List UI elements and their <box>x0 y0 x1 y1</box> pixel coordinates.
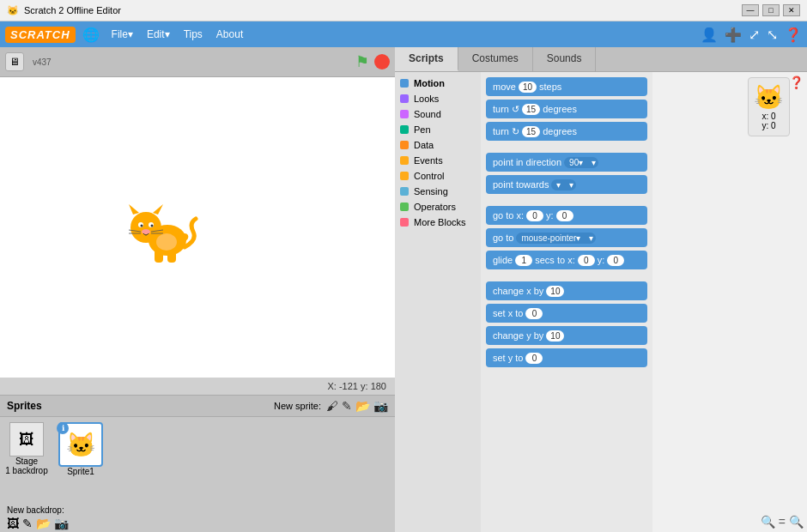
block-goto[interactable]: go to mouse-pointer▾ <box>486 228 647 247</box>
zoom-in-button[interactable]: 🔍 <box>789 515 804 529</box>
cat-sensing[interactable]: Sensing <box>395 184 481 199</box>
zoom-reset-button[interactable]: = <box>779 515 786 529</box>
camera-sprite-button[interactable]: 📷 <box>373 399 388 413</box>
block-set-x-input[interactable]: 0 <box>525 308 543 319</box>
block-goto-xy[interactable]: go to x: 0 y: 0 <box>486 206 647 225</box>
block-turn-cw[interactable]: turn ↻ 15 degrees <box>486 122 647 141</box>
title-bar: 🐱 Scratch 2 Offline Editor — □ ✕ <box>0 0 807 21</box>
maximize-button[interactable]: □ <box>762 4 780 16</box>
cat-motion[interactable]: Motion <box>395 76 481 91</box>
help-icon[interactable]: ❓ <box>785 27 802 43</box>
app-title: Scratch 2 Offline Editor <box>24 5 121 15</box>
block-set-y-input[interactable]: 0 <box>525 353 543 364</box>
sprite-x-coord: x: 0 <box>754 112 784 121</box>
user-icon[interactable]: 👤 <box>701 27 718 43</box>
block-turn-cw-suffix: degrees <box>543 126 577 136</box>
block-glide-x-input[interactable]: 0 <box>578 255 595 266</box>
block-move-label: move <box>493 82 516 92</box>
help-button[interactable]: ❓ <box>789 76 804 89</box>
cat-data[interactable]: Data <box>395 137 481 153</box>
block-goto-dropdown[interactable]: mouse-pointer▾ <box>516 233 596 244</box>
upload-sprite-button[interactable]: 📂 <box>355 399 370 413</box>
block-gap-3 <box>486 273 647 278</box>
cat-motion-label: Motion <box>414 78 445 88</box>
block-set-x-label: set x to <box>493 308 523 318</box>
window-controls[interactable]: — □ ✕ <box>742 4 800 16</box>
stamp-sprite-button[interactable]: ✎ <box>342 399 352 413</box>
svg-point-7 <box>151 225 154 227</box>
block-goto-x-input[interactable]: 0 <box>526 210 543 221</box>
menubar-icons: 👤 ➕ ⤢ ⤡ ❓ <box>701 27 802 43</box>
menu-file[interactable]: File▾ <box>106 27 138 42</box>
block-change-y[interactable]: change y by 10 <box>486 326 647 345</box>
data-dot <box>400 141 409 149</box>
block-glide[interactable]: glide 1 secs to x: 0 y: 0 <box>486 251 647 269</box>
block-move-input[interactable]: 10 <box>519 82 537 93</box>
backdrop-pencil-icon[interactable]: ✎ <box>22 517 33 530</box>
block-change-x[interactable]: change x by 10 <box>486 281 647 300</box>
expand-icon[interactable]: ⤢ <box>749 27 760 43</box>
svg-point-8 <box>142 229 150 234</box>
tab-costumes[interactable]: Costumes <box>458 47 533 71</box>
block-set-x[interactable]: set x to 0 <box>486 304 647 323</box>
cat-control[interactable]: Control <box>395 168 481 184</box>
operators-dot <box>400 203 409 211</box>
backdrop-paint-icon[interactable]: 🖼 <box>7 517 19 530</box>
sprite-info-icon: 🐱 <box>754 83 784 112</box>
cat-looks[interactable]: Looks <box>395 91 481 106</box>
block-direction-dropdown[interactable]: 90▾ <box>564 157 598 168</box>
looks-dot <box>400 94 409 103</box>
block-move[interactable]: move 10 steps <box>486 77 647 96</box>
zoom-out-button[interactable]: 🔍 <box>761 515 775 529</box>
block-glide-secs-input[interactable]: 1 <box>515 255 532 266</box>
minimize-button[interactable]: — <box>742 4 759 16</box>
block-goto-y-input[interactable]: 0 <box>556 210 573 221</box>
coord-display: X: -121 y: 180 <box>328 381 387 391</box>
block-set-y[interactable]: set y to 0 <box>486 348 647 367</box>
block-change-y-input[interactable]: 10 <box>546 330 564 342</box>
sprite-info-badge[interactable]: ℹ <box>57 422 69 434</box>
block-glide-y-input[interactable]: 0 <box>607 255 624 266</box>
block-point-towards[interactable]: point towards ▾ <box>486 175 647 194</box>
backdrop-camera-icon[interactable]: 📷 <box>54 517 69 530</box>
stage-thumbnail[interactable]: 🖼 Stage 1 backdrop <box>5 422 48 499</box>
globe-icon[interactable]: 🌐 <box>82 27 100 43</box>
menu-edit[interactable]: Edit▾ <box>142 27 175 42</box>
sprites-header: Sprites New sprite: 🖌 ✎ 📂 📷 <box>0 396 395 417</box>
menu-about[interactable]: About <box>211 27 248 42</box>
tab-sounds[interactable]: Sounds <box>533 47 597 71</box>
backdrop-folder-icon[interactable]: 📂 <box>36 517 51 530</box>
block-towards-dropdown[interactable]: ▾ <box>551 179 576 190</box>
cat-more-blocks[interactable]: More Blocks <box>395 215 481 230</box>
cat-pen[interactable]: Pen <box>395 122 481 137</box>
block-change-x-input[interactable]: 10 <box>546 286 564 297</box>
paint-sprite-button[interactable]: 🖌 <box>326 399 338 413</box>
menu-tips[interactable]: Tips <box>179 27 208 42</box>
stop-button[interactable] <box>374 54 390 70</box>
cat-sound[interactable]: Sound <box>395 106 481 122</box>
new-sprite-icons: 🖌 ✎ 📂 📷 <box>326 399 388 413</box>
tab-scripts[interactable]: Scripts <box>395 47 458 71</box>
block-goto-label: go to <box>493 233 513 243</box>
block-turn-ccw-input[interactable]: 15 <box>522 104 540 115</box>
cat-events[interactable]: Events <box>395 153 481 168</box>
block-gap-2 <box>486 197 647 203</box>
close-button[interactable]: ✕ <box>783 4 800 16</box>
cat-events-label: Events <box>414 155 443 166</box>
stage-view-button[interactable]: 🖥 <box>5 52 24 71</box>
green-flag-button[interactable]: ⚑ <box>355 52 369 71</box>
stage-coords: X: -121 y: 180 <box>0 378 395 395</box>
stage-area: 🖥 v437 ⚑ <box>0 47 395 532</box>
cat-operators[interactable]: Operators <box>395 199 481 215</box>
new-sprite-label: New sprite: <box>274 401 321 411</box>
block-point-direction[interactable]: point in direction 90▾ <box>486 153 647 172</box>
stage-canvas <box>0 77 395 378</box>
add-icon[interactable]: ➕ <box>725 27 742 43</box>
block-change-y-label: change y by <box>493 330 543 341</box>
block-turn-ccw[interactable]: turn ↺ 15 degrees <box>486 100 647 118</box>
sprite1-thumbnail[interactable]: ℹ 🐱 Sprite1 <box>55 422 106 499</box>
contract-icon[interactable]: ⤡ <box>767 27 778 43</box>
block-turn-cw-input[interactable]: 15 <box>522 126 540 137</box>
cat-control-label: Control <box>414 171 444 181</box>
stage-label: Stage <box>15 456 38 466</box>
